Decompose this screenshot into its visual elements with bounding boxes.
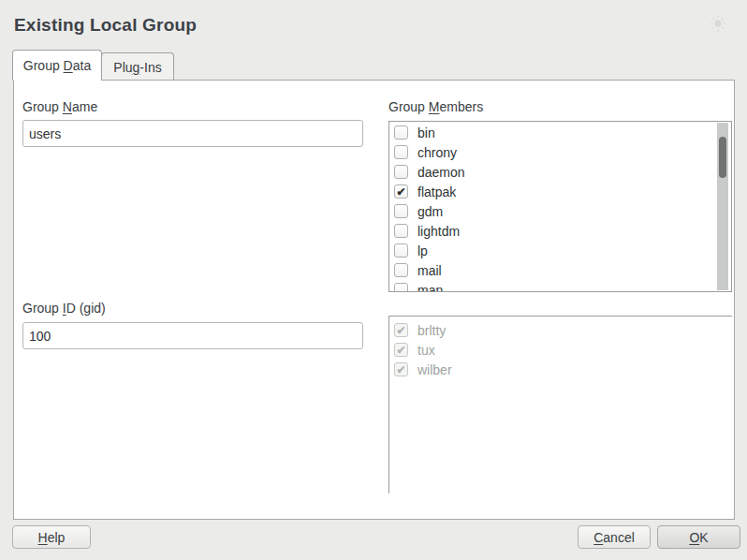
member-name: mail [417, 263, 442, 278]
cancel-button[interactable]: Cancel [578, 525, 651, 549]
member-row: ✔tux [394, 340, 732, 360]
checkbox-unchecked-icon[interactable] [394, 243, 408, 258]
member-name: brltty [417, 323, 446, 338]
checkbox-unchecked-icon[interactable] [394, 204, 408, 218]
member-row: ✔wilber [394, 360, 732, 379]
member-name: lp [417, 243, 428, 258]
member-name: bin [417, 125, 435, 140]
member-name: tux [417, 343, 435, 358]
tab-group-data-label: Group Data [23, 58, 91, 73]
group-name-label: Group Name [22, 99, 97, 114]
tab-group-data[interactable]: Group Data [12, 50, 102, 81]
checkbox-unchecked-icon[interactable] [394, 125, 408, 140]
group-members-label: Group Members [388, 99, 483, 114]
member-row[interactable]: mail [394, 260, 731, 280]
checkbox-unchecked-icon[interactable] [394, 165, 408, 179]
checkbox-unchecked-icon[interactable] [394, 263, 408, 277]
member-row[interactable]: bin [394, 123, 731, 142]
member-row[interactable]: lightdm [394, 221, 731, 241]
group-id-input[interactable] [22, 322, 363, 349]
group-name-input[interactable] [22, 120, 363, 147]
member-name: man [417, 283, 443, 293]
member-row[interactable]: daemon [394, 162, 731, 182]
tab-plug-ins-label: Plug-Ins [113, 60, 161, 75]
member-row[interactable]: ✔flatpak [394, 182, 731, 201]
vertical-scrollbar[interactable] [717, 123, 728, 290]
group-members-list[interactable]: binchronydaemon✔flatpakgdmlightdmlpmailm… [388, 121, 732, 292]
help-button[interactable]: Help [12, 525, 91, 549]
checkbox-checked-icon: ✔ [394, 343, 408, 357]
checkbox-checked-icon[interactable]: ✔ [394, 184, 408, 199]
member-row[interactable]: chrony [394, 142, 731, 162]
checkbox-checked-icon: ✔ [394, 323, 408, 337]
fixed-members-list: ✔brltty✔tux✔wilber [388, 316, 732, 494]
member-name: daemon [417, 165, 465, 180]
member-row[interactable]: gdm [394, 201, 731, 221]
checkbox-unchecked-icon[interactable] [394, 283, 408, 292]
member-row[interactable]: lp [394, 241, 731, 260]
moon-icon [710, 12, 735, 35]
member-name: flatpak [417, 184, 456, 199]
page-title: Existing Local Group [14, 15, 197, 36]
member-name: lightdm [417, 224, 460, 239]
ok-button[interactable]: OK [657, 525, 740, 549]
member-row[interactable]: man [394, 280, 731, 292]
member-name: wilber [417, 362, 452, 377]
tab-plug-ins[interactable]: Plug-Ins [101, 52, 174, 81]
member-row: ✔brltty [394, 320, 732, 340]
scrollbar-thumb[interactable] [719, 137, 726, 178]
existing-local-group-dialog: Existing Local Group Group Data Plug-Ins… [0, 0, 747, 560]
member-name: chrony [417, 145, 457, 160]
checkbox-checked-icon: ✔ [394, 362, 408, 376]
checkbox-unchecked-icon[interactable] [394, 224, 408, 238]
checkbox-unchecked-icon[interactable] [394, 145, 408, 159]
group-id-label: Group ID (gid) [22, 301, 106, 316]
member-name: gdm [417, 204, 443, 219]
